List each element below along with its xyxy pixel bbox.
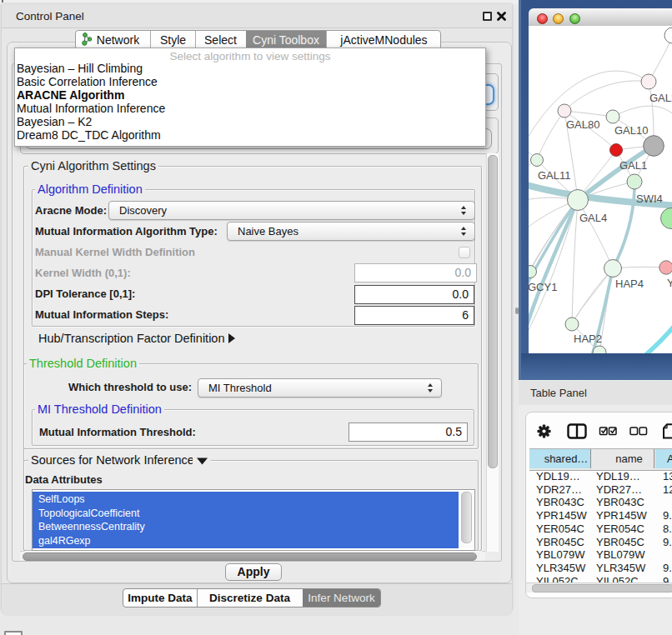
- svg-text:GAL11: GAL11: [538, 169, 571, 182]
- svg-text:SWI4: SWI4: [636, 192, 663, 205]
- svg-text:GAL10: GAL10: [614, 124, 648, 137]
- svg-text:GAL2: GAL2: [649, 92, 672, 104]
- svg-text:Y: Y: [667, 277, 672, 289]
- svg-text:HAP4: HAP4: [615, 278, 644, 290]
- svg-text:GAL4: GAL4: [579, 212, 607, 224]
- svg-text:GCY1: GCY1: [529, 281, 557, 293]
- svg-text:HAP2: HAP2: [574, 332, 602, 345]
- svg-text:GAL1: GAL1: [619, 159, 647, 172]
- svg-text:GAL80: GAL80: [566, 118, 599, 131]
